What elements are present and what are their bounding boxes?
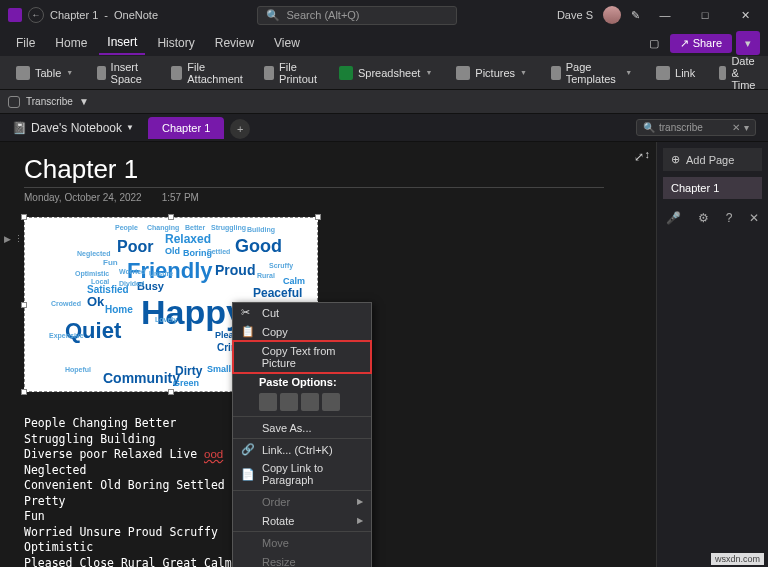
context-menu: ✂Cut 📋Copy Copy Text from Picture Paste … xyxy=(232,302,372,567)
notebook-selector[interactable]: 📓 Dave's Notebook ▼ xyxy=(12,121,134,135)
minimize-button[interactable]: — xyxy=(650,1,680,29)
sort-icon[interactable]: ↕ xyxy=(645,148,651,160)
pictures[interactable]: Pictures▼ xyxy=(448,62,535,84)
table-icon xyxy=(16,66,30,80)
transcribe-button[interactable]: Transcribe xyxy=(26,96,73,107)
watermark: wsxdn.com xyxy=(711,553,764,565)
pictures-icon xyxy=(456,66,470,80)
menu-view[interactable]: View xyxy=(266,32,308,54)
ctx-rotate[interactable]: Rotate▶ xyxy=(233,511,371,530)
side-close-icon[interactable]: ✕ xyxy=(749,211,759,225)
ctx-copy[interactable]: 📋Copy xyxy=(233,322,371,341)
file-attachment[interactable]: File Attachment xyxy=(163,57,254,89)
search-placeholder: Search (Alt+Q) xyxy=(286,9,359,21)
file-printout[interactable]: File Printout xyxy=(256,57,329,89)
mic-icon xyxy=(8,96,20,108)
ctx-order: Order▶ xyxy=(233,492,371,511)
ctx-move: Move xyxy=(233,533,371,552)
app-icon xyxy=(8,8,22,22)
ctx-link[interactable]: 🔗Link... (Ctrl+K) xyxy=(233,440,371,459)
printout-icon xyxy=(264,66,274,80)
templates-icon xyxy=(551,66,561,80)
ctx-resize: Resize xyxy=(233,552,371,567)
link[interactable]: Link xyxy=(648,62,703,84)
page-templates[interactable]: Page Templates▼ xyxy=(543,57,640,89)
insert-space-icon xyxy=(97,66,105,80)
spreadsheet-icon xyxy=(339,66,353,80)
side-settings-icon[interactable]: ⚙ xyxy=(698,211,709,225)
user-name: Dave S xyxy=(557,9,593,21)
attachment-icon xyxy=(171,66,182,80)
page-title[interactable]: Chapter 1 xyxy=(24,154,632,185)
app-name: OneNote xyxy=(114,9,158,21)
search-icon: 🔍 xyxy=(266,9,280,22)
insert-table[interactable]: Table▼ xyxy=(8,62,81,84)
menu-review[interactable]: Review xyxy=(207,32,262,54)
side-mic-icon[interactable]: 🎤 xyxy=(666,211,681,225)
page-date: Monday, October 24, 2022 xyxy=(24,192,142,203)
add-tab-button[interactable]: + xyxy=(230,119,250,139)
spreadsheet[interactable]: Spreadsheet▼ xyxy=(331,62,440,84)
datetime-icon xyxy=(719,66,726,80)
transcribe-dropdown[interactable]: ▼ xyxy=(79,96,89,107)
avatar[interactable] xyxy=(603,6,621,24)
tab-chapter1[interactable]: Chapter 1 xyxy=(148,117,224,139)
link-icon xyxy=(656,66,670,80)
menu-insert[interactable]: Insert xyxy=(99,31,145,55)
expand-icon[interactable]: ⤢ xyxy=(634,150,644,164)
copy-icon: 📋 xyxy=(241,325,254,338)
add-page-button[interactable]: ⊕ Add Page xyxy=(663,148,762,171)
share-button[interactable]: ↗ Share xyxy=(670,34,732,53)
ctx-cut[interactable]: ✂Cut xyxy=(233,303,371,322)
menu-history[interactable]: History xyxy=(149,32,202,54)
ctx-copy-text-from-picture[interactable]: Copy Text from Picture xyxy=(232,340,372,374)
copylink-icon: 📄 xyxy=(241,468,254,481)
present-icon[interactable]: ▢ xyxy=(642,31,666,55)
date-time[interactable]: Date & Time▼ xyxy=(711,51,768,95)
insert-space[interactable]: Insert Space xyxy=(89,57,155,89)
link-icon: 🔗 xyxy=(241,443,254,456)
pen-icon[interactable]: ✎ xyxy=(631,9,640,22)
ctx-copy-link-paragraph[interactable]: 📄Copy Link to Paragraph xyxy=(233,459,371,489)
close-button[interactable]: ✕ xyxy=(730,1,760,29)
ctx-paste-options-header: Paste Options: xyxy=(233,373,371,391)
app-name-sep: - xyxy=(104,9,108,21)
page-search[interactable]: 🔍 transcribe✕▾ xyxy=(636,119,756,136)
global-search[interactable]: 🔍 Search (Alt+Q) xyxy=(257,6,457,25)
ctx-save-as[interactable]: Save As... xyxy=(233,418,371,437)
doc-title: Chapter 1 xyxy=(50,9,98,21)
back-button[interactable]: ← xyxy=(28,7,44,23)
menu-home[interactable]: Home xyxy=(47,32,95,54)
ctx-paste-options[interactable] xyxy=(233,391,371,415)
menu-file[interactable]: File xyxy=(8,32,43,54)
page-time: 1:57 PM xyxy=(162,192,199,203)
maximize-button[interactable]: □ xyxy=(690,1,720,29)
side-help-icon[interactable]: ? xyxy=(726,211,733,225)
cut-icon: ✂ xyxy=(241,306,254,319)
page-item-chapter1[interactable]: Chapter 1 xyxy=(663,177,762,199)
